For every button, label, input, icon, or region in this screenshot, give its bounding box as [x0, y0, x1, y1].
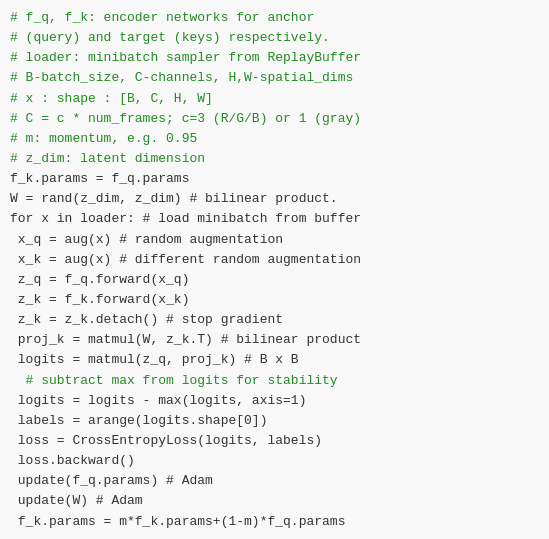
- code-line-18: # subtract max from logits for stability: [10, 371, 539, 391]
- code-line-20: labels = arange(logits.shape[0]): [10, 411, 539, 431]
- code-line-25: f_k.params = m*f_k.params+(1-m)*f_q.para…: [10, 512, 539, 532]
- code-line-17: logits = matmul(z_q, proj_k) # B x B: [10, 350, 539, 370]
- code-line-14: z_k = f_k.forward(x_k): [10, 290, 539, 310]
- code-line-1: # (query) and target (keys) respectively…: [10, 28, 539, 48]
- code-line-19: logits = logits - max(logits, axis=1): [10, 391, 539, 411]
- code-block: # f_q, f_k: encoder networks for anchor#…: [10, 8, 539, 532]
- code-container: # f_q, f_k: encoder networks for anchor#…: [0, 0, 549, 539]
- code-line-2: # loader: minibatch sampler from ReplayB…: [10, 48, 539, 68]
- code-line-6: # m: momentum, e.g. 0.95: [10, 129, 539, 149]
- code-line-7: # z_dim: latent dimension: [10, 149, 539, 169]
- code-line-4: # x : shape : [B, C, H, W]: [10, 89, 539, 109]
- code-line-10: for x in loader: # load minibatch from b…: [10, 209, 539, 229]
- code-line-5: # C = c * num_frames; c=3 (R/G/B) or 1 (…: [10, 109, 539, 129]
- code-line-15: z_k = z_k.detach() # stop gradient: [10, 310, 539, 330]
- code-line-3: # B-batch_size, C-channels, H,W-spatial_…: [10, 68, 539, 88]
- code-line-22: loss.backward(): [10, 451, 539, 471]
- code-line-13: z_q = f_q.forward(x_q): [10, 270, 539, 290]
- code-line-21: loss = CrossEntropyLoss(logits, labels): [10, 431, 539, 451]
- code-line-0: # f_q, f_k: encoder networks for anchor: [10, 8, 539, 28]
- code-line-12: x_k = aug(x) # different random augmenta…: [10, 250, 539, 270]
- code-line-16: proj_k = matmul(W, z_k.T) # bilinear pro…: [10, 330, 539, 350]
- code-line-24: update(W) # Adam: [10, 491, 539, 511]
- code-line-23: update(f_q.params) # Adam: [10, 471, 539, 491]
- code-line-9: W = rand(z_dim, z_dim) # bilinear produc…: [10, 189, 539, 209]
- code-line-11: x_q = aug(x) # random augmentation: [10, 230, 539, 250]
- code-line-8: f_k.params = f_q.params: [10, 169, 539, 189]
